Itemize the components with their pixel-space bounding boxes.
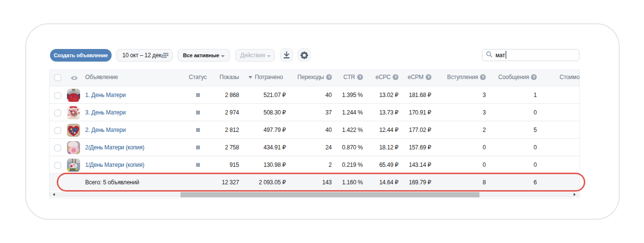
svg-text:?: ? bbox=[394, 75, 396, 80]
svg-text:?: ? bbox=[427, 75, 429, 80]
svg-text:?: ? bbox=[328, 75, 330, 80]
svg-text:?: ? bbox=[359, 75, 361, 80]
svg-text:?: ? bbox=[481, 75, 484, 80]
svg-text:?: ? bbox=[532, 75, 535, 80]
